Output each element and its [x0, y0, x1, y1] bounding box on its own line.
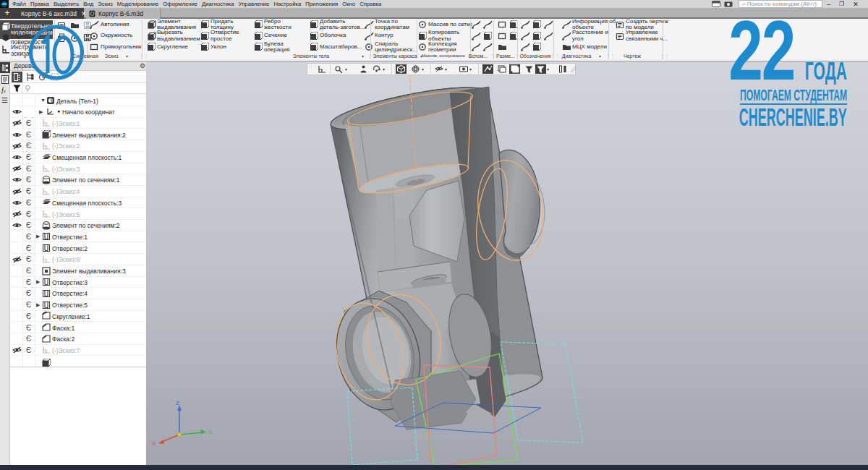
svg-text:X: X: [152, 440, 156, 447]
svg-text:Y: Y: [208, 429, 213, 435]
svg-text:Z: Z: [176, 400, 179, 406]
